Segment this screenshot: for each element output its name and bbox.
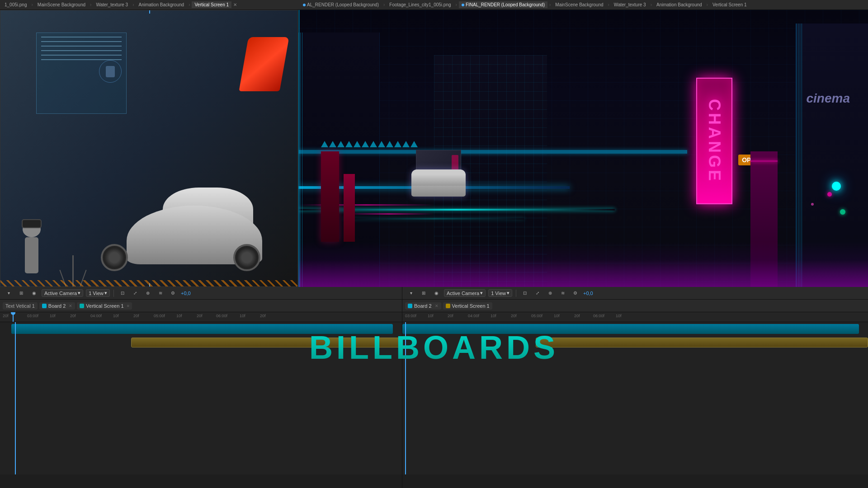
vertical-screen-tag-left[interactable]: Vertical Screen 1 ≡ — [77, 302, 132, 310]
tab-mainscene-label: MainScene Background — [38, 2, 85, 7]
tri-1 — [321, 141, 328, 147]
icon-r3: ⊕ — [547, 290, 553, 296]
plus-value-left: +0,0 — [181, 291, 191, 296]
tab-final-render-label: FINAL_RENDER (Looped Background) — [466, 2, 545, 7]
ruler-20f-1: 20f — [70, 314, 76, 318]
ruler-05: 05:00f — [154, 314, 165, 318]
camera-label: Active Camera — [44, 291, 77, 296]
tab-animation-bg[interactable]: Animation Background — [136, 1, 187, 8]
board2-tag[interactable]: Board 2 ✕ — [39, 302, 75, 310]
ctrl-sep-right — [516, 290, 516, 297]
render-icon-right: ◉ — [433, 290, 439, 296]
camera-chevron: ▾ — [78, 290, 80, 296]
render-btn-right[interactable]: ◉ — [431, 289, 441, 297]
tab-vertical-screen-1-right-label: Vertical Screen 1 — [712, 2, 747, 7]
view-dropdown-right[interactable]: 1 View ▾ — [488, 289, 512, 297]
person-body — [25, 237, 38, 273]
camera-dropdown-right[interactable]: Active Camera ▾ — [444, 289, 486, 297]
timeline-ruler-left: 20f 03:00f 10f 20f 04:00f 10f 20f 05:00f… — [0, 312, 402, 322]
icon-btn-r1[interactable]: ⊡ — [520, 289, 530, 297]
left-panel — [0, 10, 298, 287]
icon-r1: ⊡ — [522, 290, 528, 296]
icon-btn-r3[interactable]: ⊕ — [545, 289, 555, 297]
icon-btn-5[interactable]: ⚙ — [168, 289, 178, 297]
icon-btn-2[interactable]: ⤢ — [130, 289, 140, 297]
view-label-right: 1 View — [491, 291, 506, 296]
tri-7 — [370, 141, 377, 147]
ruler-right-03: 03:00f — [405, 314, 416, 318]
vertical-screen-dot-left — [80, 304, 84, 308]
viewports-section: CHANGE cinema OPEN 24/7 — [0, 10, 868, 287]
ruler-right-20f-1: 20f — [448, 314, 453, 318]
camera-dropdown[interactable]: Active Camera ▾ — [42, 289, 83, 297]
tab-mainscene[interactable]: MainScene Background — [35, 1, 88, 8]
viewport-controls-right: ▾ ⊞ ◉ Active Camera ▾ 1 View ▾ — [402, 287, 868, 300]
main-container: 1_005i.png › MainScene Background › Wate… — [0, 0, 868, 488]
tab-vertical-screen-1-right[interactable]: Vertical Screen 1 — [710, 1, 750, 8]
teal-line-2 — [344, 218, 524, 220]
icon-btn-3[interactable]: ⊕ — [143, 289, 153, 297]
street-glow — [298, 260, 868, 287]
display-mode-btn[interactable]: ⊞ — [16, 289, 26, 297]
right-viewport[interactable]: CHANGE cinema OPEN 24/7 — [298, 10, 868, 287]
ruler-04: 04:00f — [90, 314, 102, 318]
board2-tag-right[interactable]: Board 2 ✕ — [405, 302, 441, 310]
tab-water3-right-label: Water_texture 3 — [614, 2, 646, 7]
tab-footage-lines[interactable]: Footage_Lines_city1_005i.png — [387, 1, 453, 8]
board2-label: Board 2 — [48, 303, 66, 309]
vertical-screen-tag-right[interactable]: Vertical Screen 1 — [443, 302, 492, 310]
vertical-screen-menu[interactable]: ≡ — [127, 304, 129, 308]
tri-11 — [402, 141, 410, 147]
collapse-btn-right[interactable]: ▾ — [406, 289, 416, 297]
render-btn[interactable]: ◉ — [29, 289, 39, 297]
ruler-10f-3: 10f — [176, 314, 182, 318]
tab-mainscene-right[interactable]: MainScene Background — [552, 1, 606, 8]
collapse-btn[interactable]: ▾ — [4, 289, 14, 297]
timeline-marker-top — [149, 10, 150, 14]
board2-close-right[interactable]: ✕ — [435, 304, 439, 308]
tab-animation-bg-label: Animation Background — [139, 2, 184, 7]
board2-close[interactable]: ✕ — [69, 304, 72, 308]
tri-10 — [394, 141, 401, 147]
seat-shape — [106, 66, 115, 77]
ruler-06: 06:00f — [216, 314, 227, 318]
bottom-right-panel: ▾ ⊞ ◉ Active Camera ▾ 1 View ▾ — [402, 287, 868, 488]
view-dropdown[interactable]: 1 View ▾ — [86, 289, 110, 297]
bottom-panels: BILLBOARDS ▾ ⊞ ◉ Active Camera ▾ — [0, 287, 868, 488]
collapse-icon: ▾ — [5, 290, 12, 296]
pink-bld-2 — [344, 174, 355, 242]
tab-close-btn[interactable]: ✕ — [233, 2, 237, 7]
tab-water3[interactable]: Water_texture 3 — [93, 1, 131, 8]
viewport-left-border — [298, 10, 300, 287]
icon-4: ≋ — [157, 290, 164, 296]
icon-btn-4[interactable]: ≋ — [156, 289, 165, 297]
icon-btn-1[interactable]: ⊡ — [118, 289, 127, 297]
tab-al-render-dot — [303, 4, 306, 6]
tri-3 — [337, 141, 344, 147]
left-viewport[interactable] — [0, 10, 298, 287]
tab-vertical-screen-1-left[interactable]: Vertical Screen 1 — [192, 1, 231, 8]
view-label: 1 View — [89, 291, 104, 296]
tri-5 — [354, 141, 361, 147]
icon-btn-r5[interactable]: ⚙ — [571, 289, 580, 297]
ruler-03: 03:00f — [27, 314, 38, 318]
vertical-screen-dot-right — [446, 304, 450, 308]
ruler-start: 20f — [3, 314, 9, 318]
bottom-left-panel: ▾ ⊞ ◉ Active Camera ▾ 1 View ▾ — [0, 287, 402, 488]
display-mode-btn-right[interactable]: ⊞ — [419, 289, 429, 297]
tab-footage-label: Footage_Lines_city1_005i.png — [389, 2, 451, 7]
text-vetical-label: Text Vetical 1 — [5, 303, 35, 309]
tab-al-render[interactable]: AL_RENDER (Looped Background) — [300, 1, 382, 8]
icon-btn-r2[interactable]: ⤢ — [533, 289, 542, 297]
icon-r2: ⤢ — [534, 290, 541, 296]
tab-1005i[interactable]: 1_005i.png — [2, 1, 30, 8]
tab-animation-bg-right[interactable]: Animation Background — [654, 1, 705, 8]
billboards-title: BILLBOARDS — [309, 329, 559, 366]
icon-btn-r4[interactable]: ≋ — [558, 289, 568, 297]
tri-8 — [378, 141, 385, 147]
ruler-right-06: 06:00f — [593, 314, 604, 318]
tab-water3-right[interactable]: Water_texture 3 — [611, 1, 649, 8]
track-clip-gold-right[interactable] — [536, 338, 868, 347]
tab-final-render[interactable]: FINAL_RENDER (Looped Background) — [459, 1, 547, 8]
plus-value-right: +0,0 — [583, 291, 593, 296]
